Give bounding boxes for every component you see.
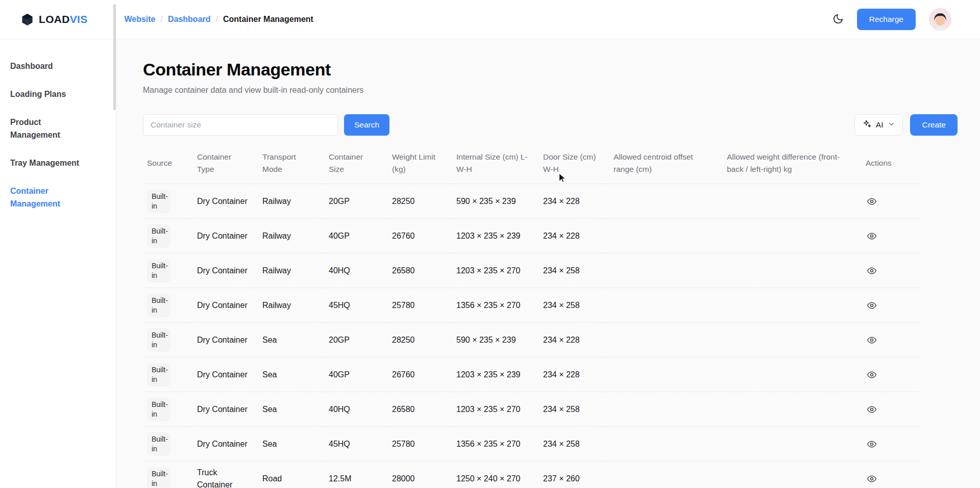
sidebar-scrollbar[interactable]	[113, 4, 116, 110]
column-header-allowed-centroid-offset-range-cm: Allowed centroid offset range (cm)	[606, 149, 720, 184]
cell-centroid-offset	[606, 392, 720, 427]
breadcrumb-website[interactable]: Website	[124, 15, 155, 24]
sidebar-nav: DashboardLoading PlansProduct Management…	[0, 53, 116, 217]
eye-icon	[867, 196, 877, 207]
view-details-button[interactable]	[866, 438, 878, 450]
recharge-button[interactable]: Recharge	[857, 9, 916, 30]
sidebar-item-product-management[interactable]: Product Management	[0, 109, 86, 148]
cell-source: Built-in	[143, 253, 190, 288]
view-details-button[interactable]	[866, 403, 878, 416]
cell-container-size: 12.5M	[322, 461, 385, 488]
table-row: Built-inDry ContainerRailway45HQ25780135…	[143, 288, 920, 323]
main-content: Container Management Manage container da…	[116, 39, 980, 488]
view-details-button[interactable]	[866, 299, 878, 312]
column-header-source: Source	[143, 149, 190, 184]
cell-container-type: Truck Container	[190, 461, 255, 488]
create-button[interactable]: Create	[910, 114, 958, 136]
cell-weight-limit: 28000	[385, 461, 449, 488]
table-row: Built-inDry ContainerSea45HQ257801356 × …	[143, 427, 920, 461]
cell-transport-mode: Sea	[255, 392, 322, 427]
cell-weight-difference	[720, 357, 859, 392]
view-details-button[interactable]	[866, 473, 878, 485]
page-title: Container Management	[143, 60, 958, 80]
theme-toggle-button[interactable]	[832, 13, 844, 26]
ai-dropdown-button[interactable]: AI	[854, 114, 903, 136]
cell-transport-mode: Road	[255, 461, 322, 488]
cell-source: Built-in	[143, 392, 190, 427]
cell-container-size: 40HQ	[322, 392, 385, 427]
cell-door-size: 234 × 258	[536, 392, 606, 427]
eye-icon	[867, 439, 877, 449]
cell-internal-size: 1203 × 235 × 270	[449, 253, 536, 288]
cell-source: Built-in	[143, 219, 190, 253]
view-details-button[interactable]	[866, 369, 878, 381]
app-logo[interactable]: LOADVIS	[20, 13, 87, 27]
source-badge: Built-in	[147, 190, 170, 213]
cell-container-type: Dry Container	[190, 288, 255, 323]
cell-door-size: 234 × 228	[536, 184, 606, 219]
breadcrumb-dashboard[interactable]: Dashboard	[168, 15, 211, 24]
view-details-button[interactable]	[866, 230, 878, 242]
column-header-internal-size-cm-l-w-h: Internal Size (cm) L-W-H	[449, 149, 536, 184]
sidebar-item-dashboard[interactable]: Dashboard	[0, 53, 86, 79]
cell-internal-size: 1356 × 235 × 270	[449, 427, 536, 461]
cell-container-size: 20GP	[322, 323, 385, 357]
column-header-door-size-cm-w-h: Door Size (cm) W-H	[536, 149, 606, 184]
toolbar: Search AI Create	[143, 114, 958, 136]
cell-container-type: Dry Container	[190, 427, 255, 461]
breadcrumb: Website/Dashboard/Container Management	[124, 15, 313, 24]
view-details-button[interactable]	[866, 195, 878, 208]
page-subtitle: Manage container data and view built-in …	[143, 86, 958, 95]
cell-container-size: 40GP	[322, 357, 385, 392]
source-badge: Built-in	[147, 432, 170, 456]
cell-centroid-offset	[606, 357, 720, 392]
cell-weight-limit: 25780	[385, 288, 449, 323]
cell-door-size: 234 × 258	[536, 427, 606, 461]
cell-transport-mode: Railway	[255, 288, 322, 323]
table-row: Built-inDry ContainerSea40HQ265801203 × …	[143, 392, 920, 427]
cell-weight-limit: 28250	[385, 323, 449, 357]
cell-actions	[859, 253, 920, 288]
table-row: Built-inDry ContainerRailway40GP26760120…	[143, 219, 920, 253]
table-row: Built-inDry ContainerRailway40HQ26580120…	[143, 253, 920, 288]
sidebar: DashboardLoading PlansProduct Management…	[0, 40, 116, 488]
view-details-button[interactable]	[866, 265, 878, 277]
containers-table-wrap: SourceContainer TypeTransport ModeContai…	[143, 149, 958, 488]
cube-box-icon	[20, 13, 34, 27]
source-badge: Built-in	[147, 467, 170, 488]
cell-container-type: Dry Container	[190, 253, 255, 288]
cell-weight-limit: 26760	[385, 219, 449, 253]
cell-centroid-offset	[606, 184, 720, 219]
cell-transport-mode: Railway	[255, 184, 322, 219]
cell-weight-difference	[720, 392, 859, 427]
eye-icon	[867, 370, 877, 380]
view-details-button[interactable]	[866, 334, 878, 346]
source-badge: Built-in	[147, 398, 170, 421]
sidebar-item-tray-management[interactable]: Tray Management	[0, 150, 86, 176]
topbar-actions: Recharge	[832, 8, 951, 31]
search-button[interactable]: Search	[344, 114, 389, 136]
column-header-actions: Actions	[859, 149, 920, 184]
sidebar-item-loading-plans[interactable]: Loading Plans	[0, 81, 86, 107]
cell-container-size: 45HQ	[322, 427, 385, 461]
user-avatar[interactable]	[929, 8, 951, 31]
sparkles-icon	[862, 119, 871, 131]
cell-container-size: 20GP	[322, 184, 385, 219]
cell-actions	[859, 427, 920, 461]
cell-actions	[859, 323, 920, 357]
source-badge: Built-in	[147, 363, 170, 387]
breadcrumb-separator: /	[161, 15, 163, 24]
cell-internal-size: 1250 × 240 × 270	[449, 461, 536, 488]
cell-door-size: 234 × 228	[536, 357, 606, 392]
column-header-allowed-weight-difference-front-back-left-right-kg: Allowed weight difference (front-back / …	[720, 149, 859, 184]
cell-container-size: 45HQ	[322, 288, 385, 323]
column-header-container-type: Container Type	[190, 149, 255, 184]
source-badge: Built-in	[147, 294, 170, 317]
search-input[interactable]	[143, 114, 338, 136]
cell-container-size: 40GP	[322, 219, 385, 253]
eye-icon	[867, 335, 877, 345]
cell-internal-size: 1203 × 235 × 239	[449, 219, 536, 253]
breadcrumb-separator: /	[216, 15, 218, 24]
sidebar-item-container-management[interactable]: Container Management	[0, 178, 86, 217]
cell-source: Built-in	[143, 184, 190, 219]
